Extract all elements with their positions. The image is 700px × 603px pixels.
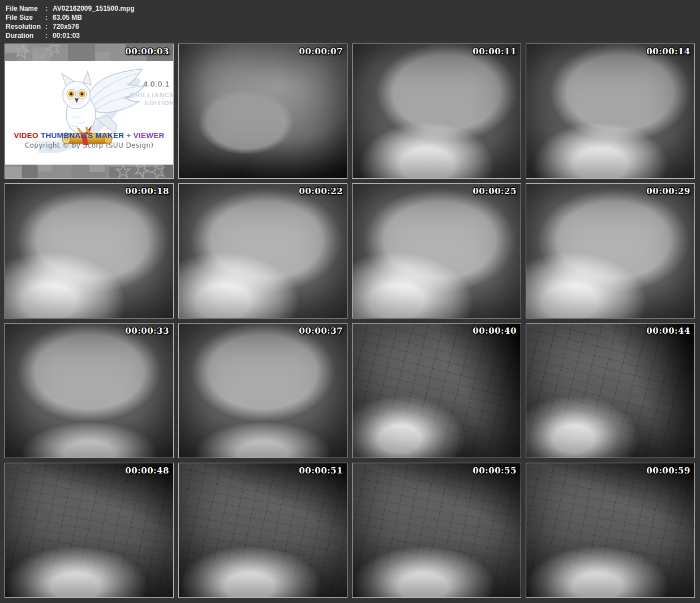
timestamp-overlay: 00:00:48: [125, 466, 169, 476]
meta-row-filesize: File Size:63.05 MB: [6, 13, 135, 22]
meta-value: 63.05 MB: [53, 14, 82, 21]
timestamp-overlay: 00:00:44: [646, 326, 690, 336]
copyright-label: Copyright © by Scorp (SUU Design): [5, 141, 173, 149]
video-frame-thumbnail[interactable]: 00:00:51: [178, 463, 347, 598]
timestamp-overlay: 00:00:07: [299, 46, 343, 57]
thumbnail-grid: 00:00:03: [5, 44, 695, 598]
timestamp-overlay: 00:00:03: [125, 46, 169, 57]
meta-separator: :: [45, 13, 53, 22]
video-frame-thumbnail[interactable]: 00:00:48: [5, 463, 174, 598]
timestamp-overlay: 00:00:18: [125, 186, 169, 196]
file-metadata-panel: File Name:AV02162009_151500.mpg File Siz…: [6, 4, 135, 40]
meta-label: File Name: [6, 4, 45, 13]
edition-line1: BRILLIANCE: [130, 91, 174, 99]
video-frame-thumbnail[interactable]: 00:00:59: [526, 463, 695, 598]
checker-strip-top: 00:00:03: [5, 44, 173, 61]
video-frame-thumbnail[interactable]: 00:00:44: [526, 323, 695, 458]
meta-row-filename: File Name:AV02162009_151500.mpg: [6, 4, 135, 13]
app-title-maker: THUMBNAILS MAKER: [41, 131, 124, 140]
video-frame-thumbnail[interactable]: 00:00:07: [178, 44, 347, 179]
checker-pattern-icon: [5, 165, 173, 178]
meta-label: Resolution: [6, 22, 45, 31]
meta-separator: :: [45, 4, 53, 13]
meta-separator: :: [45, 22, 53, 31]
meta-value: 00:01:03: [53, 32, 80, 40]
timestamp-overlay: 00:00:22: [299, 186, 343, 196]
video-frame-thumbnail[interactable]: 00:00:33: [5, 323, 174, 458]
video-frame-thumbnail[interactable]: 00:00:18: [5, 183, 174, 318]
video-frame-thumbnail[interactable]: 00:00:40: [352, 323, 521, 458]
meta-separator: :: [45, 31, 53, 40]
branding-card: 4.0.0.1 BRILLIANCE EDITION VIDEO THUMBNA…: [5, 61, 173, 165]
meta-row-duration: Duration:00:01:03: [6, 31, 135, 40]
version-label: 4.0.0.1: [143, 80, 170, 88]
timestamp-overlay: 00:00:29: [646, 186, 690, 196]
app-title-viewer: VIEWER: [134, 131, 165, 140]
thumbnail-sheet: File Name:AV02162009_151500.mpg File Siz…: [0, 0, 700, 603]
video-frame-thumbnail[interactable]: 00:00:25: [352, 183, 521, 318]
branding-thumbnail[interactable]: 00:00:03: [5, 44, 174, 179]
video-frame-thumbnail[interactable]: 00:00:22: [178, 183, 347, 318]
video-frame-thumbnail[interactable]: 00:00:37: [178, 323, 347, 458]
edition-label: BRILLIANCE EDITION: [130, 91, 174, 107]
timestamp-overlay: 00:00:14: [646, 46, 690, 57]
meta-label: Duration: [6, 31, 45, 40]
timestamp-overlay: 00:00:40: [473, 326, 517, 336]
app-title: VIDEO THUMBNAILS MAKER + VIEWER: [5, 131, 173, 140]
timestamp-overlay: 00:00:51: [299, 466, 343, 476]
video-frame-thumbnail[interactable]: 00:00:14: [526, 44, 695, 179]
timestamp-overlay: 00:00:33: [125, 326, 169, 336]
timestamp-overlay: 00:00:25: [473, 186, 517, 196]
meta-label: File Size: [6, 13, 45, 22]
meta-row-resolution: Resolution:720x576: [6, 22, 135, 31]
timestamp-overlay: 00:00:37: [299, 326, 343, 336]
app-title-video: VIDEO: [14, 131, 38, 140]
timestamp-overlay: 00:00:59: [646, 466, 690, 476]
meta-value: AV02162009_151500.mpg: [53, 5, 135, 12]
video-frame-thumbnail[interactable]: 00:00:11: [352, 44, 521, 179]
meta-value: 720x576: [53, 23, 79, 31]
timestamp-overlay: 00:00:11: [473, 46, 517, 57]
edition-line2: EDITION: [130, 99, 174, 107]
video-frame-thumbnail[interactable]: 00:00:55: [352, 463, 521, 598]
app-title-plus: +: [126, 131, 131, 140]
timestamp-overlay: 00:00:55: [473, 466, 517, 476]
checker-strip-bottom: [5, 165, 173, 178]
video-frame-thumbnail[interactable]: 00:00:29: [526, 183, 695, 318]
